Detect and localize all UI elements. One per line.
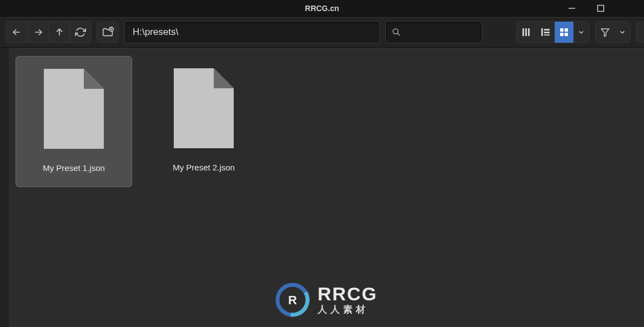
window-title: RRCG.cn — [305, 4, 339, 13]
new-folder-icon — [102, 26, 114, 38]
file-icon — [174, 68, 234, 148]
svg-point-22 — [278, 285, 308, 315]
watermark-sub: 人人素材 — [318, 303, 378, 316]
forward-button[interactable] — [27, 22, 48, 43]
svg-point-8 — [393, 29, 398, 34]
list-vertical-view-button[interactable] — [517, 22, 536, 43]
svg-rect-18 — [565, 28, 568, 32]
watermark-main: RRCG — [318, 284, 378, 303]
minimize-button[interactable] — [557, 0, 586, 17]
view-dropdown-button[interactable] — [573, 22, 589, 43]
maximize-button[interactable] — [586, 0, 615, 17]
svg-point-23 — [275, 283, 310, 317]
svg-rect-11 — [525, 28, 527, 36]
refresh-icon — [75, 27, 86, 38]
arrow-left-icon — [11, 27, 22, 38]
file-browser-area: My Preset 1.json My Preset 2.json R RRCG… — [0, 48, 644, 327]
watermark: R RRCG 人人素材 — [275, 283, 378, 317]
file-name-label: My Preset 1.json — [43, 163, 105, 173]
svg-rect-13 — [541, 28, 543, 36]
settings-edge-button[interactable] — [636, 22, 644, 43]
thumbnail-view-button[interactable] — [555, 22, 573, 43]
chevron-down-icon — [618, 28, 626, 36]
new-folder-button[interactable] — [97, 22, 119, 43]
svg-rect-1 — [598, 6, 604, 12]
back-button[interactable] — [6, 22, 27, 43]
arrow-up-icon — [54, 27, 65, 38]
svg-rect-12 — [528, 28, 530, 36]
toolbar — [0, 17, 644, 48]
svg-rect-19 — [560, 33, 564, 36]
refresh-button[interactable] — [69, 22, 90, 43]
file-item[interactable]: My Preset 2.json — [145, 56, 262, 187]
svg-rect-10 — [522, 28, 524, 36]
svg-marker-21 — [601, 29, 609, 37]
list-vertical-icon — [521, 27, 531, 37]
titlebar: RRCG.cn — [0, 0, 644, 17]
path-input[interactable] — [124, 21, 380, 43]
list-horizontal-icon — [540, 27, 550, 37]
grid-icon — [559, 27, 569, 37]
list-horizontal-view-button[interactable] — [536, 22, 555, 43]
svg-text:R: R — [288, 293, 297, 307]
file-grid[interactable]: My Preset 1.json My Preset 2.json R RRCG… — [9, 48, 644, 327]
nav-group — [6, 21, 91, 43]
svg-rect-16 — [544, 34, 550, 36]
search-icon — [391, 27, 401, 37]
filter-button[interactable] — [596, 22, 615, 43]
filter-dropdown-button[interactable] — [615, 22, 630, 43]
watermark-logo-icon: R — [275, 283, 310, 317]
left-gutter — [0, 48, 9, 327]
file-item[interactable]: My Preset 1.json — [16, 56, 132, 187]
up-button[interactable] — [48, 22, 69, 43]
search-box[interactable] — [385, 21, 482, 43]
arrow-right-icon — [33, 27, 44, 38]
file-icon — [44, 69, 104, 149]
watermark-text: RRCG 人人素材 — [318, 284, 378, 316]
funnel-icon — [600, 27, 610, 37]
svg-rect-15 — [544, 32, 550, 33]
view-mode-group — [516, 21, 590, 43]
svg-rect-14 — [544, 29, 550, 31]
window-controls — [557, 0, 644, 17]
maximize-icon — [597, 4, 605, 12]
svg-rect-17 — [560, 28, 564, 32]
svg-line-9 — [398, 33, 400, 36]
minimize-icon — [568, 4, 576, 12]
chevron-down-icon — [577, 28, 585, 36]
filter-group — [595, 21, 631, 43]
file-name-label: My Preset 2.json — [173, 163, 235, 172]
svg-rect-20 — [565, 33, 568, 36]
